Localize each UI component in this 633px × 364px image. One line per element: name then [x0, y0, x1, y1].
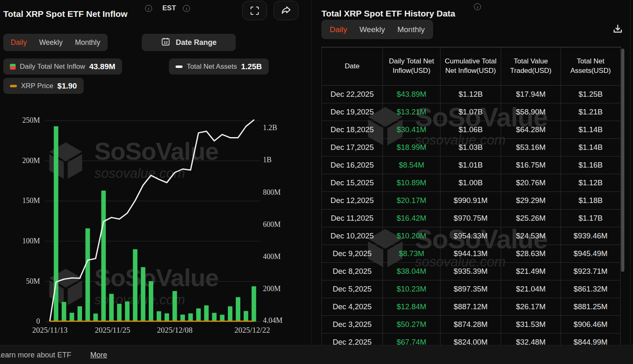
cell-cumulative-inflow: $874.28M — [441, 316, 501, 334]
cell-daily-inflow: $16.42M — [383, 210, 441, 227]
tab-weekly[interactable]: Weekly — [359, 25, 385, 34]
cell-cumulative-inflow: $954.33M — [441, 227, 501, 245]
cell-cumulative-inflow: $935.39M — [441, 263, 501, 280]
cell-date: Dec 11,2025 — [322, 210, 383, 227]
cell-date: Dec 22,2025 — [322, 86, 383, 103]
inflow-bar[interactable] — [133, 249, 138, 322]
cell-date: Dec 5,2025 — [322, 280, 383, 298]
inflow-bar[interactable] — [236, 297, 240, 322]
history-table: DateDaily Total Net Inflow(USD)Cumulativ… — [321, 47, 621, 351]
inflow-bar[interactable] — [62, 302, 66, 322]
inflow-bar[interactable] — [228, 306, 232, 322]
y-axis-tick-right: 200M — [263, 285, 281, 293]
inflow-bar[interactable] — [117, 304, 122, 322]
cell-net-assets: $1.16B — [561, 156, 621, 174]
cell-value-traded: $28.63M — [501, 245, 561, 263]
inflow-bar[interactable] — [101, 191, 106, 322]
cell-cumulative-inflow: $1.01B — [441, 156, 501, 174]
cell-cumulative-inflow: $970.75M — [441, 210, 501, 227]
table-row[interactable]: Dec 19,2025$13.21M$1.07B$58.90M$1.21B — [322, 103, 621, 121]
table-row[interactable]: Dec 12,2025$20.17M$990.91M$29.29M$1.18B — [322, 192, 621, 210]
y-axis-tick-left: 0 — [36, 317, 40, 325]
cell-daily-inflow: $18.99M — [383, 139, 441, 156]
inflow-bar[interactable] — [85, 229, 90, 322]
cell-value-traded: $58.90M — [501, 103, 561, 121]
column-header: Cumulative Total Net Inflow(USD) — [441, 47, 501, 86]
inflow-bar[interactable] — [196, 308, 201, 322]
inflow-bar[interactable] — [220, 315, 225, 322]
inflow-bar[interactable] — [157, 311, 161, 322]
inflow-bar[interactable] — [109, 294, 114, 322]
column-header: Date — [322, 47, 383, 86]
inflow-bar[interactable] — [164, 313, 169, 322]
history-data-panel: Total XRP Spot ETF History Data i Daily … — [312, 0, 633, 345]
cell-daily-inflow: $20.17M — [383, 192, 441, 210]
cell-cumulative-inflow: $1.00B — [441, 174, 501, 192]
cell-net-assets: $1.21B — [561, 103, 621, 121]
table-row[interactable]: Dec 9,2025$8.73M$944.13M$28.63M$945.49M — [322, 245, 621, 263]
footer-bar: Learn more about ETF More — [0, 345, 633, 364]
download-button[interactable] — [609, 21, 626, 38]
cell-value-traded: $17.94M — [501, 86, 561, 103]
table-row[interactable]: Dec 8,2025$38.04M$935.39M$21.49M$923.71M — [322, 263, 621, 280]
table-row[interactable]: Dec 16,2025$8.54M$1.01B$16.75M$1.16B — [322, 156, 621, 174]
cell-cumulative-inflow: $1.07B — [441, 103, 501, 121]
table-row[interactable]: Dec 10,2025$10.20M$954.33M$24.53M$939.46… — [322, 227, 621, 245]
inflow-bar[interactable] — [204, 306, 209, 322]
net-inflow-chart[interactable]: 050M100M150M200M250M4.04M200M400M600M800… — [0, 0, 311, 345]
cell-value-traded: $24.53M — [501, 227, 561, 245]
info-icon[interactable]: i — [474, 3, 481, 10]
inflow-bar[interactable] — [94, 313, 98, 322]
table-row[interactable]: Dec 17,2025$18.99M$1.03B$53.16M$1.14B — [322, 139, 621, 156]
table-row[interactable]: Dec 22,2025$43.89M$1.12B$17.94M$1.25B — [322, 86, 621, 103]
cell-daily-inflow: $10.20M — [383, 227, 441, 245]
table-row[interactable]: Dec 18,2025$30.41M$1.06B$64.28M$1.14B — [322, 121, 621, 139]
column-header: Daily Total Net Inflow(USD) — [383, 47, 441, 86]
cell-value-traded: $21.04M — [501, 280, 561, 298]
inflow-bar[interactable] — [173, 291, 177, 322]
inflow-bar[interactable] — [244, 311, 248, 322]
column-header: Total Net Assets(USD) — [561, 47, 621, 86]
y-axis-tick-right: 600M — [263, 220, 281, 229]
y-axis-tick-left: 150M — [22, 196, 40, 205]
inflow-bar[interactable] — [212, 313, 217, 322]
cell-date: Dec 12,2025 — [322, 192, 383, 210]
table-scrollbar-thumb[interactable] — [621, 49, 624, 272]
cell-net-assets: $1.18B — [561, 192, 621, 210]
inflow-bar[interactable] — [188, 313, 193, 322]
table-row[interactable]: Dec 5,2025$10.23M$897.35M$21.04M$861.32M — [322, 280, 621, 298]
table-header-row: DateDaily Total Net Inflow(USD)Cumulativ… — [322, 47, 621, 86]
cell-cumulative-inflow: $1.06B — [441, 121, 501, 139]
cell-value-traded: $25.26M — [501, 210, 561, 227]
cell-net-assets: $906.46M — [561, 316, 621, 334]
cell-date: Dec 10,2025 — [322, 227, 383, 245]
y-axis-tick-left: 200M — [22, 156, 40, 165]
table-row[interactable]: Dec 11,2025$16.42M$970.75M$25.26M$1.17B — [322, 210, 621, 227]
table-row[interactable]: Dec 15,2025$10.89M$1.00B$20.76M$1.12B — [322, 174, 621, 192]
inflow-bar[interactable] — [70, 313, 74, 322]
y-axis-tick-left: 250M — [22, 116, 40, 124]
table-row[interactable]: Dec 4,2025$12.84M$887.12M$26.17M$881.25M — [322, 298, 621, 316]
x-axis-tick: 2025/12/08 — [157, 326, 193, 334]
cell-value-traded: $53.16M — [501, 139, 561, 156]
inflow-bar[interactable] — [141, 267, 145, 322]
cell-daily-inflow: $10.89M — [383, 174, 441, 192]
cell-value-traded: $64.28M — [501, 121, 561, 139]
cell-value-traded: $31.53M — [501, 316, 561, 334]
footer-more-link[interactable]: More — [90, 351, 107, 359]
inflow-bar[interactable] — [181, 315, 185, 322]
cell-cumulative-inflow: $887.12M — [441, 298, 501, 316]
table-row[interactable]: Dec 3,2025$50.27M$874.28M$31.53M$906.46M — [322, 316, 621, 334]
cell-date: Dec 17,2025 — [322, 139, 383, 156]
cell-value-traded: $21.49M — [501, 263, 561, 280]
column-header: Total Value Traded(USD) — [501, 47, 561, 86]
tab-monthly[interactable]: Monthly — [397, 25, 425, 34]
inflow-bar[interactable] — [77, 306, 82, 322]
inflow-bar[interactable] — [252, 286, 256, 322]
inflow-bar[interactable] — [125, 301, 129, 322]
tab-daily[interactable]: Daily — [330, 25, 347, 34]
y-axis-tick-right: 4.04M — [263, 316, 283, 324]
inflow-bar[interactable] — [149, 281, 153, 322]
cell-value-traded: $20.76M — [501, 174, 561, 192]
cell-net-assets: $1.12B — [561, 174, 621, 192]
